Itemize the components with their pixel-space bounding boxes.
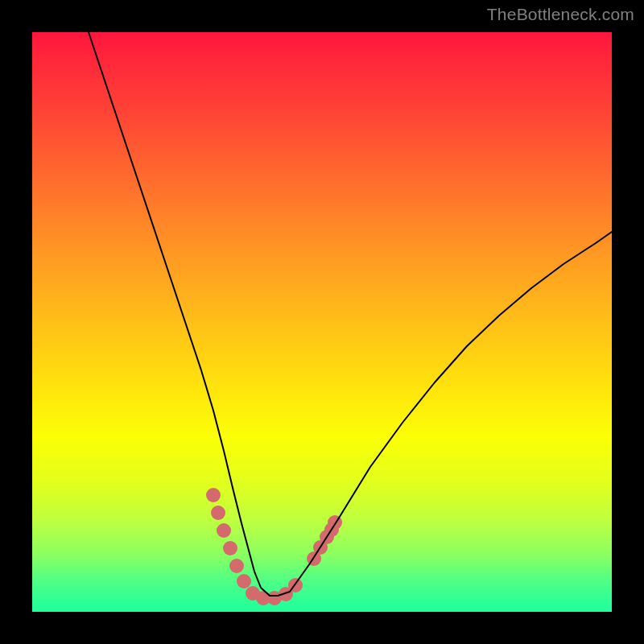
bead-marker [211,506,225,520]
plot-area [32,32,612,612]
chart-svg [32,32,612,612]
bead-marker [217,523,231,538]
bead-marker [206,488,221,502]
curve-path [89,32,612,596]
bead-marker [229,559,244,573]
chart-frame: TheBottleneck.com [0,0,644,644]
bead-marker [223,541,237,555]
bead-group [206,488,342,605]
watermark-label: TheBottleneck.com [487,5,634,24]
bead-marker [237,574,251,588]
